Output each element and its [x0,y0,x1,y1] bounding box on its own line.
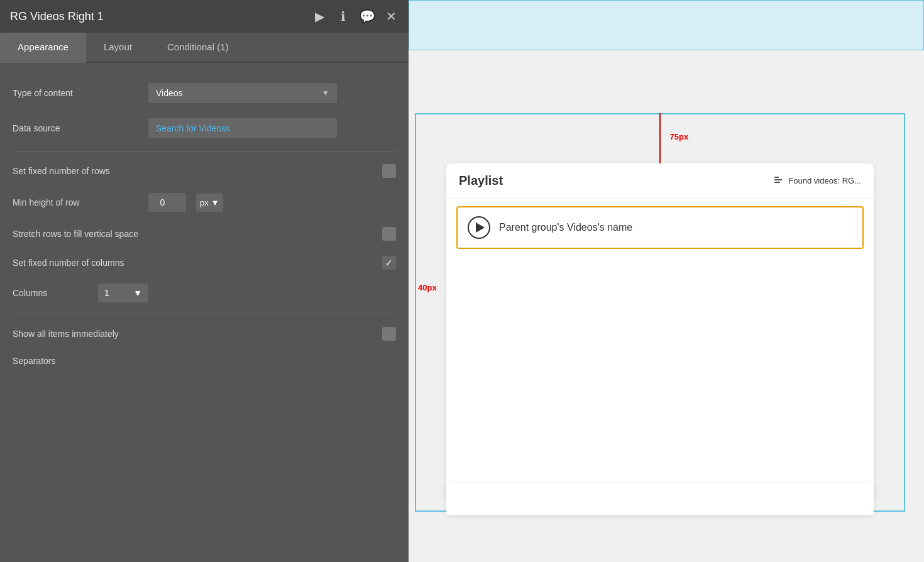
unit-select[interactable]: px ▼ [196,194,223,212]
set-fixed-columns-row: Set fixed number of columns ✓ [13,248,396,277]
measure-75px-label: 75px [670,132,689,141]
svg-rect-2 [774,182,780,183]
set-fixed-rows-checkbox[interactable] [382,164,396,178]
panel-header: RG Videos Right 1 ▶ ℹ 💬 ✕ [0,0,409,33]
data-source-control: Search for Videoss [148,118,396,138]
header-icons: ▶ ℹ 💬 ✕ [312,9,399,24]
data-source-row: Data source Search for Videoss [13,111,396,146]
info-icon[interactable]: ℹ [336,9,351,24]
tabs-bar: Appearance Layout Conditional (1) [0,33,409,63]
stretch-rows-row: Stretch rows to fill vertical space [13,219,396,248]
search-icon [774,177,786,185]
set-fixed-rows-row: Set fixed number of rows [13,157,396,185]
close-icon[interactable]: ✕ [383,9,399,24]
svg-rect-1 [774,179,782,180]
type-of-content-control: Videos ▼ [148,83,396,103]
widget-card-header: Playlist Found videos: RG... [446,163,874,199]
card-title: Playlist [459,174,503,188]
measure-40px-label: 40px [418,283,437,292]
stretch-rows-checkbox[interactable] [382,227,396,241]
set-fixed-rows-label: Set fixed number of rows [13,166,110,176]
card-subtitle: Found videos: RG... [774,176,861,185]
show-all-items-label: Show all items immediately [13,329,119,339]
set-fixed-columns-label: Set fixed number of columns [13,258,124,268]
divider-2 [13,314,396,314]
show-all-items-checkbox[interactable] [382,327,396,341]
divider-1 [13,151,396,152]
panel-content: Type of content Videos ▼ Data source Sea… [0,63,409,562]
chevron-down-icon: ▼ [211,198,219,207]
play-triangle-icon [476,223,485,233]
widget-card: Playlist Found videos: RG... [446,163,874,499]
type-of-content-label: Type of content [13,88,138,98]
columns-label: Columns [13,288,88,298]
min-height-input[interactable] [148,193,186,212]
widget-card-bottom [446,483,874,515]
type-of-content-select[interactable]: Videos ▼ [148,83,337,103]
top-strip [409,0,924,50]
right-panel: 75px 40px 101px Playlist Found vid [409,0,924,562]
checkmark-icon: ✓ [385,258,393,268]
tab-conditional[interactable]: Conditional (1) [150,33,246,63]
chevron-down-icon: ▼ [133,288,142,298]
tab-appearance[interactable]: Appearance [0,33,86,63]
widget-item-selected[interactable]: Parent group's Videos's name [456,206,864,249]
min-height-row: Min height of row px ▼ [13,185,396,219]
tab-layout[interactable]: Layout [86,33,150,63]
chat-icon[interactable]: 💬 [360,9,375,24]
left-panel: RG Videos Right 1 ▶ ℹ 💬 ✕ Appearance Lay… [0,0,409,562]
separators-label: Separators [13,356,138,366]
separators-row: Separators [13,348,396,373]
columns-select[interactable]: 1 ▼ [98,284,148,302]
preview-widget: 75px 40px 101px Playlist Found vid [415,113,905,512]
play-icon[interactable]: ▶ [312,9,327,24]
data-source-button[interactable]: Search for Videoss [148,118,337,138]
set-fixed-columns-checkbox[interactable]: ✓ [382,256,396,270]
chevron-down-icon: ▼ [322,89,329,97]
svg-rect-0 [774,177,779,178]
play-button-circle [468,216,490,239]
panel-title: RG Videos Right 1 [10,10,104,23]
stretch-rows-label: Stretch rows to fill vertical space [13,229,138,239]
columns-row: Columns 1 ▼ [13,277,396,309]
item-text: Parent group's Videos's name [499,222,632,233]
data-source-label: Data source [13,123,138,133]
type-of-content-row: Type of content Videos ▼ [13,75,396,111]
show-all-items-row: Show all items immediately [13,319,396,348]
min-height-label: Min height of row [13,197,138,207]
